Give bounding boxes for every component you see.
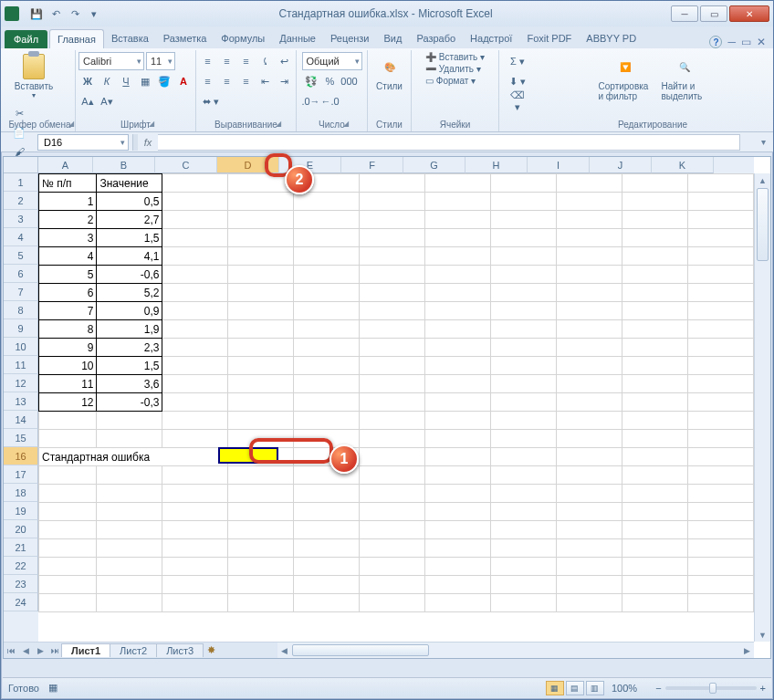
cell-C24[interactable] bbox=[162, 594, 228, 612]
column-header-I[interactable]: I bbox=[528, 157, 590, 173]
row-header-1[interactable]: 1 bbox=[4, 173, 38, 192]
tab-nav-prev[interactable]: ◀ bbox=[18, 643, 33, 658]
cell-F17[interactable] bbox=[360, 466, 425, 485]
cell-F20[interactable] bbox=[360, 521, 425, 539]
format-cells-button[interactable]: ▭Формат ▾ bbox=[425, 76, 476, 86]
ribbon-tab-главная[interactable]: Главная bbox=[49, 29, 104, 48]
cell-I14[interactable] bbox=[557, 412, 622, 430]
fill-color-button[interactable]: 🪣 bbox=[155, 72, 173, 90]
cell-D4[interactable] bbox=[228, 229, 294, 247]
cell-B18[interactable] bbox=[97, 485, 162, 503]
cell-C6[interactable] bbox=[162, 266, 228, 284]
align-left-button[interactable]: ≡ bbox=[199, 72, 217, 90]
ribbon-tab-разметка[interactable]: Разметка bbox=[156, 29, 214, 48]
row-header-12[interactable]: 12 bbox=[4, 374, 38, 392]
cell-J1[interactable] bbox=[622, 174, 687, 193]
horizontal-scrollbar[interactable]: ◀ ▶ bbox=[277, 642, 754, 658]
cell-C8[interactable] bbox=[162, 302, 228, 320]
cell-F18[interactable] bbox=[360, 485, 425, 503]
cell-D21[interactable] bbox=[228, 539, 294, 558]
cell-E8[interactable] bbox=[294, 302, 360, 320]
ribbon-tab-формулы[interactable]: Формулы bbox=[214, 29, 272, 48]
maximize-button[interactable]: ▭ bbox=[700, 5, 727, 22]
cell-B23[interactable] bbox=[97, 576, 162, 594]
cell-A10[interactable]: 9 bbox=[39, 339, 97, 357]
cell-D7[interactable] bbox=[228, 284, 294, 302]
row-header-16[interactable]: 16 bbox=[4, 447, 38, 465]
cell-H16[interactable] bbox=[491, 448, 557, 466]
cell-F19[interactable] bbox=[360, 503, 425, 521]
cell-G16[interactable] bbox=[425, 448, 491, 466]
align-middle-button[interactable]: ≡ bbox=[218, 52, 236, 70]
row-header-4[interactable]: 4 bbox=[4, 228, 38, 246]
row-header-21[interactable]: 21 bbox=[4, 538, 38, 557]
ribbon-tab-вставка[interactable]: Вставка bbox=[104, 29, 156, 48]
cell-D1[interactable] bbox=[228, 174, 294, 193]
cell-H12[interactable] bbox=[491, 375, 557, 393]
cell-A1[interactable]: № п/п bbox=[39, 174, 97, 193]
cell-B14[interactable] bbox=[97, 412, 162, 430]
row-header-24[interactable]: 24 bbox=[4, 593, 38, 611]
zoom-slider[interactable] bbox=[665, 686, 757, 690]
cell-I20[interactable] bbox=[557, 521, 622, 539]
cell-D11[interactable] bbox=[228, 357, 294, 375]
cell-D20[interactable] bbox=[228, 521, 294, 539]
view-normal-button[interactable]: ▦ bbox=[546, 681, 564, 695]
cell-E9[interactable] bbox=[294, 320, 360, 339]
cell-J17[interactable] bbox=[622, 466, 687, 485]
row-header-20[interactable]: 20 bbox=[4, 520, 38, 538]
cell-H15[interactable] bbox=[491, 430, 557, 448]
sheet-tab-Лист3[interactable]: Лист3 bbox=[156, 643, 204, 657]
cell-G17[interactable] bbox=[425, 466, 491, 485]
row-header-2[interactable]: 2 bbox=[4, 192, 38, 210]
cell-F5[interactable] bbox=[360, 247, 425, 266]
cell-G8[interactable] bbox=[425, 302, 491, 320]
cell-J8[interactable] bbox=[622, 302, 687, 320]
cell-F7[interactable] bbox=[360, 284, 425, 302]
cell-G11[interactable] bbox=[425, 357, 491, 375]
column-header-A[interactable]: A bbox=[38, 157, 93, 173]
cell-A20[interactable] bbox=[39, 521, 97, 539]
scroll-up-button[interactable]: ▲ bbox=[755, 173, 770, 187]
comma-button[interactable]: 000 bbox=[340, 72, 359, 90]
cell-J18[interactable] bbox=[622, 485, 687, 503]
cell-B6[interactable]: -0,6 bbox=[97, 266, 162, 284]
cell-E23[interactable] bbox=[294, 576, 360, 594]
cell-G12[interactable] bbox=[425, 375, 491, 393]
cell-I17[interactable] bbox=[557, 466, 622, 485]
delete-cells-button[interactable]: ➖Удалить ▾ bbox=[425, 64, 481, 74]
cell-F24[interactable] bbox=[360, 594, 425, 612]
row-header-14[interactable]: 14 bbox=[4, 411, 38, 429]
cell-D3[interactable] bbox=[228, 211, 294, 229]
shrink-font-button[interactable]: A▾ bbox=[98, 92, 116, 110]
row-header-17[interactable]: 17 bbox=[4, 465, 38, 484]
cell-I7[interactable] bbox=[557, 284, 622, 302]
cell-J19[interactable] bbox=[622, 503, 687, 521]
cell-H19[interactable] bbox=[491, 503, 557, 521]
cell-F11[interactable] bbox=[360, 357, 425, 375]
cell-I21[interactable] bbox=[557, 539, 622, 558]
cell-B20[interactable] bbox=[97, 521, 162, 539]
cell-G20[interactable] bbox=[425, 521, 491, 539]
cell-F10[interactable] bbox=[360, 339, 425, 357]
cell-J9[interactable] bbox=[622, 320, 687, 339]
cell-D9[interactable] bbox=[228, 320, 294, 339]
cell-B8[interactable]: 0,9 bbox=[97, 302, 162, 320]
cell-B11[interactable]: 1,5 bbox=[97, 357, 162, 375]
border-button[interactable]: ▦ bbox=[136, 72, 154, 90]
cell-K6[interactable] bbox=[687, 266, 753, 284]
styles-button[interactable]: 🎨 Стили bbox=[371, 52, 408, 93]
cell-E22[interactable] bbox=[294, 558, 360, 576]
cell-B17[interactable] bbox=[97, 466, 162, 485]
cell-K10[interactable] bbox=[687, 339, 753, 357]
cell-G23[interactable] bbox=[425, 576, 491, 594]
cell-G1[interactable] bbox=[425, 174, 491, 193]
cell-K9[interactable] bbox=[687, 320, 753, 339]
ribbon-tab-foxit pdf[interactable]: Foxit PDF bbox=[519, 29, 579, 48]
zoom-in-button[interactable]: + bbox=[760, 683, 766, 694]
cell-C13[interactable] bbox=[162, 393, 228, 412]
sheet-tab-Лист1[interactable]: Лист1 bbox=[61, 643, 110, 657]
column-header-H[interactable]: H bbox=[465, 157, 528, 173]
cell-I1[interactable] bbox=[557, 174, 622, 193]
cell-K3[interactable] bbox=[687, 211, 753, 229]
